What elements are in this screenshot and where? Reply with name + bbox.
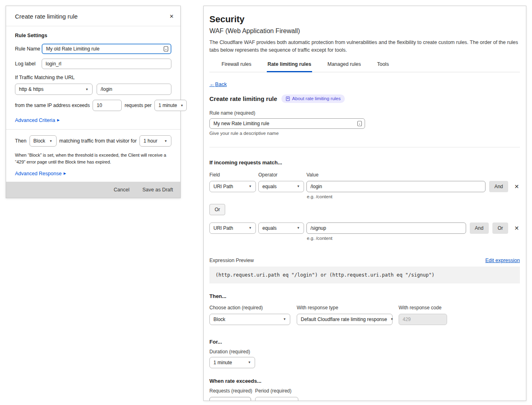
action-select[interactable]: Block ▼	[30, 135, 57, 147]
about-rate-limiting-badge[interactable]: About rate limiting rules	[281, 94, 345, 103]
chevron-down-icon: ▼	[85, 88, 89, 91]
advanced-criteria-link[interactable]: Advanced Criteria ▶	[15, 118, 60, 123]
response-type-value: Default Cloudflare rate limiting respons…	[301, 317, 387, 322]
block-note: When “Block” is set, when the threshold …	[15, 152, 171, 166]
tab-tools[interactable]: Tools	[376, 61, 390, 72]
period-select-value: 1 minute	[158, 103, 177, 108]
operator-select[interactable]: equals ▼	[258, 181, 304, 192]
choose-action-select[interactable]: Block ▼	[209, 314, 290, 325]
rule-name-row: Rule Name	[15, 44, 171, 54]
requests-input[interactable]	[209, 397, 251, 401]
waf-security-panel: Security WAF (Web Application Firewall) …	[203, 6, 526, 401]
dialog-header: Create rate limiting rule ✕	[6, 6, 180, 26]
ban-duration-select[interactable]: 1 hour ▼	[139, 135, 171, 147]
choose-action-label: Choose action (required)	[209, 305, 297, 311]
chevron-down-icon: ▼	[249, 226, 252, 230]
rule-name-input[interactable]	[42, 44, 171, 54]
rate-controls-row: 1 minute ▼	[209, 397, 520, 401]
action-select-value: Block	[34, 138, 45, 144]
period-select[interactable]: 1 minute ▼	[255, 397, 298, 401]
expression-header: Expression Preview Edit expression	[209, 258, 520, 263]
condition-labels: Field Operator Value	[209, 172, 520, 178]
chevron-down-icon: ▼	[283, 317, 286, 321]
dialog-body: Rule Settings Rule Name Log label If Tra…	[6, 26, 180, 196]
operator-select-value: equals	[262, 184, 277, 189]
create-rate-limiting-rule-dialog: Create rate limiting rule ✕ Rule Setting…	[6, 6, 181, 198]
create-rule-heading: Create rate limiting rule	[209, 95, 277, 102]
value-helper: e.g. /content	[209, 236, 520, 241]
response-code-label: With response code	[399, 305, 441, 311]
field-label: Field	[209, 172, 258, 178]
operator-select-value: equals	[262, 225, 277, 231]
requests-per-text: requests per	[125, 103, 152, 108]
back-link[interactable]: ← Back	[209, 81, 227, 87]
then-labels: Choose action (required) With response t…	[209, 305, 520, 311]
back-label: Back	[215, 81, 227, 87]
then-controls-row: Block ▼ Default Cloudflare rate limiting…	[209, 314, 520, 325]
save-as-draft-button[interactable]: Save as Draft	[142, 187, 173, 193]
divider	[6, 129, 180, 130]
value-input[interactable]	[306, 222, 466, 234]
chevron-down-icon: ▼	[49, 139, 53, 143]
duration-select[interactable]: 1 minute ▼	[209, 357, 255, 368]
edit-expression-link[interactable]: Edit expression	[486, 258, 520, 263]
chevron-down-icon: ▼	[291, 401, 294, 401]
autofill-icon	[357, 120, 362, 126]
ban-duration-value: 1 hour	[144, 138, 157, 144]
period-label: Period (required)	[255, 388, 291, 394]
rule-name-input-wrap	[209, 118, 365, 129]
choose-action-value: Block	[213, 317, 225, 322]
expander-arrow-icon: ▶	[63, 172, 66, 175]
log-label-input[interactable]	[42, 59, 171, 69]
and-button[interactable]: And	[489, 181, 508, 192]
field-select[interactable]: URI Path ▼	[209, 181, 256, 192]
advanced-criteria-label: Advanced Criteria	[15, 118, 55, 123]
expression-preview-label: Expression Preview	[209, 258, 254, 263]
value-helper: e.g. /content	[209, 194, 520, 199]
page-description: The Cloudflare WAF provides both automat…	[209, 39, 520, 54]
field-select[interactable]: URI Path ▼	[209, 222, 256, 234]
dialog-title: Create rate limiting rule	[15, 13, 78, 20]
autofill-icon	[163, 46, 169, 52]
period-select[interactable]: 1 minute ▼	[154, 100, 187, 111]
traffic-match-label: If Traffic Matching the URL	[15, 75, 171, 80]
advanced-response-link[interactable]: Advanced Response ▶	[15, 171, 66, 176]
cancel-button[interactable]: Cancel	[114, 187, 129, 193]
page-subtitle: WAF (Web Application Firewall)	[209, 27, 520, 35]
about-badge-label: About rate limiting rules	[292, 96, 341, 101]
divider	[209, 147, 520, 147]
url-match-row: http & https ▼	[15, 84, 171, 95]
value-input[interactable]	[306, 181, 486, 192]
duration-label: Duration (required)	[209, 349, 520, 355]
or-button[interactable]: Or	[492, 222, 508, 234]
tab-firewall-rules[interactable]: Firewall rules	[221, 61, 252, 72]
book-icon	[285, 96, 290, 101]
rule-name-label: Rule name (required)	[209, 110, 520, 116]
operator-select[interactable]: equals ▼	[258, 222, 304, 234]
tab-managed-rules[interactable]: Managed rules	[327, 61, 362, 72]
rate-labels: Requests (required) Period (required)	[209, 388, 520, 394]
operator-label: Operator	[258, 172, 306, 178]
duration-select-value: 1 minute	[213, 360, 232, 365]
remove-condition-icon[interactable]: ✕	[513, 183, 520, 190]
period-select-value: 1 minute	[259, 400, 278, 401]
or-connector-button[interactable]: Or	[209, 204, 225, 215]
close-icon[interactable]: ✕	[169, 14, 174, 19]
matching-text: matching traffic from that visitor for	[59, 138, 137, 144]
rule-name-label: Rule Name	[15, 46, 42, 52]
response-type-label: With response type	[297, 305, 399, 311]
chevron-down-icon: ▼	[180, 104, 184, 107]
chevron-down-icon: ▼	[249, 185, 252, 188]
chevron-down-icon: ▼	[390, 317, 393, 321]
url-input[interactable]	[97, 84, 171, 95]
rule-name-input[interactable]	[209, 118, 365, 129]
remove-condition-icon[interactable]: ✕	[513, 225, 520, 231]
scheme-select[interactable]: http & https ▼	[15, 84, 93, 95]
condition-row: URI Path ▼ equals ▼ And Or ✕	[209, 222, 520, 234]
and-button[interactable]: And	[470, 222, 489, 234]
requests-input[interactable]	[93, 100, 122, 111]
response-type-select[interactable]: Default Cloudflare rate limiting respons…	[297, 314, 393, 325]
tab-rate-limiting-rules[interactable]: Rate limiting rules	[267, 61, 312, 72]
then-label: Then	[15, 138, 27, 144]
log-label-label: Log label	[15, 61, 42, 67]
